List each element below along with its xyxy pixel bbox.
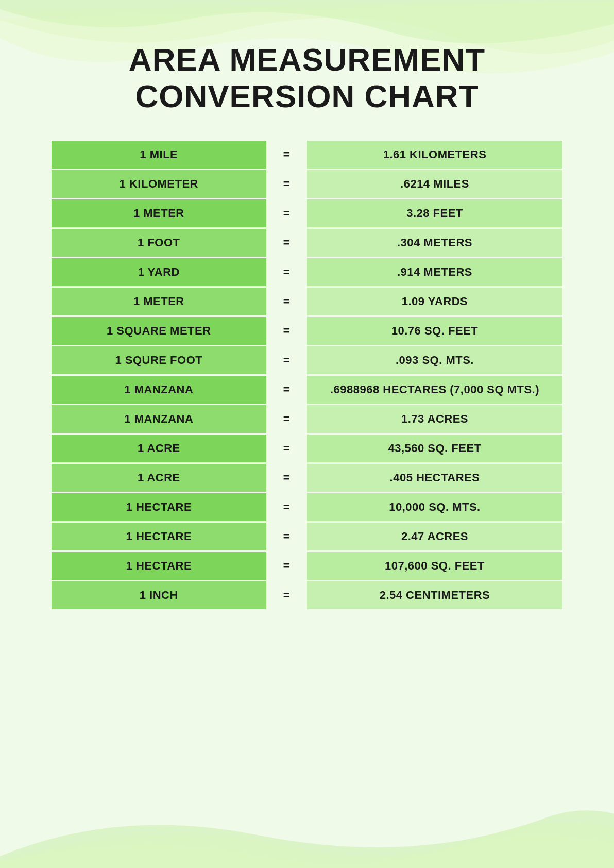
table-row: 1 METER=1.09 YARDS: [52, 287, 562, 316]
equals-sign: =: [266, 492, 307, 522]
right-value: 1.09 YARDS: [307, 287, 562, 316]
left-unit: 1 SQURE FOOT: [52, 345, 266, 375]
left-unit: 1 INCH: [52, 580, 266, 610]
right-value: 2.54 CENTIMETERS: [307, 580, 562, 610]
equals-sign: =: [266, 345, 307, 375]
equals-sign: =: [266, 141, 307, 170]
equals-sign: =: [266, 316, 307, 345]
equals-sign: =: [266, 287, 307, 316]
equals-sign: =: [266, 433, 307, 463]
conversion-table: 1 MILE=1.61 KILOMETERS1 KILOMETER=.6214 …: [52, 141, 562, 611]
equals-sign: =: [266, 198, 307, 228]
right-value: 10.76 SQ. FEET: [307, 316, 562, 345]
left-unit: 1 SQUARE METER: [52, 316, 266, 345]
table-row: 1 METER=3.28 FEET: [52, 198, 562, 228]
left-unit: 1 HECTARE: [52, 551, 266, 580]
equals-sign: =: [266, 463, 307, 492]
right-value: .914 METERS: [307, 257, 562, 287]
table-row: 1 INCH=2.54 CENTIMETERS: [52, 580, 562, 610]
right-value: .6988968 HECTARES (7,000 SQ MTS.): [307, 375, 562, 404]
equals-sign: =: [266, 169, 307, 198]
right-value: 10,000 SQ. MTS.: [307, 492, 562, 522]
left-unit: 1 ACRE: [52, 433, 266, 463]
table-row: 1 KILOMETER=.6214 MILES: [52, 169, 562, 198]
right-value: 43,560 SQ. FEET: [307, 433, 562, 463]
right-value: .6214 MILES: [307, 169, 562, 198]
equals-sign: =: [266, 522, 307, 551]
left-unit: 1 ACRE: [52, 463, 266, 492]
right-value: .093 SQ. MTS.: [307, 345, 562, 375]
right-value: 3.28 FEET: [307, 198, 562, 228]
left-unit: 1 FOOT: [52, 228, 266, 257]
equals-sign: =: [266, 228, 307, 257]
table-row: 1 HECTARE=10,000 SQ. MTS.: [52, 492, 562, 522]
left-unit: 1 MANZANA: [52, 375, 266, 404]
right-value: 1.61 KILOMETERS: [307, 141, 562, 170]
table-row: 1 HECTARE=2.47 ACRES: [52, 522, 562, 551]
table-row: 1 FOOT=.304 METERS: [52, 228, 562, 257]
right-value: 107,600 SQ. FEET: [307, 551, 562, 580]
right-value: .405 HECTARES: [307, 463, 562, 492]
left-unit: 1 KILOMETER: [52, 169, 266, 198]
table-row: 1 ACRE=43,560 SQ. FEET: [52, 433, 562, 463]
left-unit: 1 MILE: [52, 141, 266, 170]
table-row: 1 SQUARE METER=10.76 SQ. FEET: [52, 316, 562, 345]
equals-sign: =: [266, 580, 307, 610]
equals-sign: =: [266, 375, 307, 404]
left-unit: 1 METER: [52, 287, 266, 316]
left-unit: 1 YARD: [52, 257, 266, 287]
equals-sign: =: [266, 257, 307, 287]
right-value: .304 METERS: [307, 228, 562, 257]
equals-sign: =: [266, 551, 307, 580]
right-value: 1.73 ACRES: [307, 404, 562, 433]
table-row: 1 MANZANA=.6988968 HECTARES (7,000 SQ MT…: [52, 375, 562, 404]
left-unit: 1 HECTARE: [52, 492, 266, 522]
table-row: 1 MANZANA=1.73 ACRES: [52, 404, 562, 433]
left-unit: 1 HECTARE: [52, 522, 266, 551]
table-row: 1 HECTARE=107,600 SQ. FEET: [52, 551, 562, 580]
right-value: 2.47 ACRES: [307, 522, 562, 551]
page-title: AREA MEASUREMENT CONVERSION CHART: [129, 41, 485, 115]
table-row: 1 SQURE FOOT=.093 SQ. MTS.: [52, 345, 562, 375]
equals-sign: =: [266, 404, 307, 433]
table-row: 1 ACRE=.405 HECTARES: [52, 463, 562, 492]
left-unit: 1 MANZANA: [52, 404, 266, 433]
table-row: 1 MILE=1.61 KILOMETERS: [52, 141, 562, 170]
table-row: 1 YARD=.914 METERS: [52, 257, 562, 287]
left-unit: 1 METER: [52, 198, 266, 228]
